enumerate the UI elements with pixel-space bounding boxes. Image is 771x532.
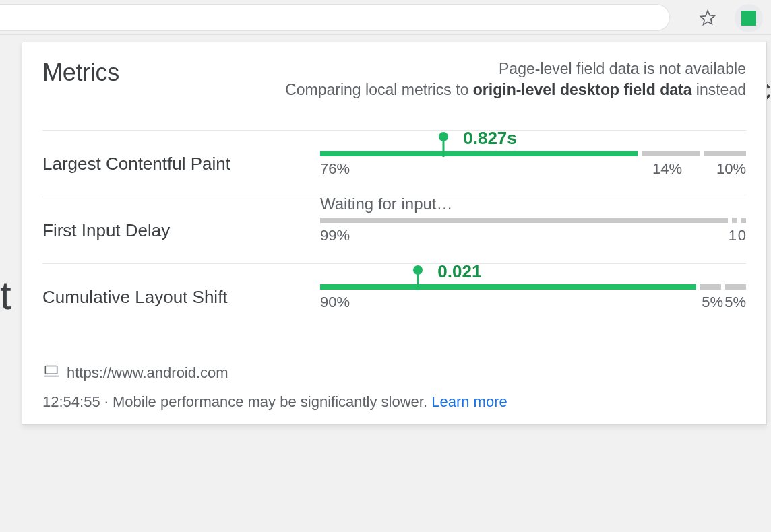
perc-ni: 1 [729,227,737,244]
bar-segment-good [320,284,696,290]
notice-line2: Comparing local metrics to origin-level … [285,79,746,100]
perc-ni: 14% [652,160,682,178]
distribution-percents: 90% 5% 5% [320,294,746,310]
extension-status-square [741,11,756,26]
waiting-text: Waiting for input… [320,195,453,213]
bar-segment-poor [704,151,746,156]
perc-good: 99% [320,227,350,244]
notice-line1: Page-level field data is not available [285,59,746,79]
perc-good: 90% [320,294,350,311]
bar-segment-ni [642,151,700,156]
distribution-percents: 99% 1 0 [320,227,746,243]
distribution-bar [320,151,746,156]
bar-segment-ni [700,284,721,290]
popup-footer: https://www.android.com 12:54:55 · Mobil… [42,362,746,411]
perc-ni: 5% [702,294,723,311]
perc-poor: 5% [724,294,746,311]
distribution-bar [320,218,746,223]
marker-stem [443,141,445,157]
metric-row-lcp: Largest Contentful Paint 0.827s 76% 14% … [42,130,746,197]
field-data-notice: Page-level field data is not available C… [285,59,746,100]
metric-label: First Input Delay [42,220,320,241]
bar-segment-good [320,151,638,156]
metric-label: Cumulative Layout Shift [42,287,320,308]
bar-segment-poor [741,218,746,223]
bar-segment-ni [732,218,737,223]
web-vitals-extension-icon[interactable] [735,4,763,32]
svg-rect-0 [45,366,57,374]
bar-segment-good [320,218,728,223]
metric-visual: Waiting for input… 99% 1 0 [320,218,746,243]
timestamp: 12:54:55 [42,393,100,410]
metric-visual: 0.021 90% 5% 5% [320,284,746,310]
bar-segment-poor [725,284,746,290]
perc-poor: 10% [716,160,746,178]
distribution-bar [320,284,746,290]
perc-good: 76% [320,160,350,178]
metric-value: 0.827s [463,128,517,149]
footer-url-row: https://www.android.com [42,362,746,384]
laptop-icon [42,362,60,384]
marker-dot [439,132,448,141]
browser-toolbar [0,0,771,35]
omnibox[interactable] [0,4,670,31]
web-vitals-popup: Metrics Page-level field data is not ava… [22,42,767,425]
footer-warning-row: 12:54:55 · Mobile performance may be sig… [42,393,746,411]
perc-poor: 0 [738,227,746,244]
warning-text: Mobile performance may be significantly … [113,393,431,410]
metric-row-fid: First Input Delay Waiting for input… 99%… [42,197,746,263]
distribution-percents: 76% 14% 10% [320,160,746,176]
metric-value: 0.021 [437,261,481,282]
marker-stem [417,274,419,290]
bookmark-star-icon[interactable] [697,7,718,28]
learn-more-link[interactable]: Learn more [431,393,507,410]
popup-header: Metrics Page-level field data is not ava… [42,59,746,100]
popup-title: Metrics [42,59,119,87]
background-page-fragment: t [0,272,11,319]
metric-row-cls: Cumulative Layout Shift 0.021 90% 5% 5% [42,263,746,330]
page-url: https://www.android.com [67,364,228,382]
metric-visual: 0.827s 76% 14% 10% [320,151,746,176]
metric-label: Largest Contentful Paint [42,154,320,174]
marker-dot [413,265,423,275]
